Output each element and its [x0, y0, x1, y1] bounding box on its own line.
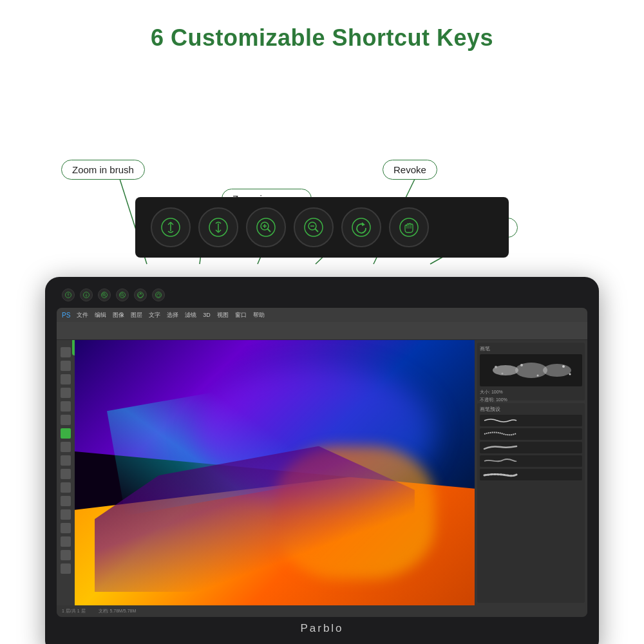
tool-eraser[interactable] [61, 469, 71, 479]
tool-brush[interactable] [61, 428, 71, 439]
brush-preview [480, 354, 582, 386]
shortcut-section: Zoom in brush Zoom in canvas Revoke Zoom… [0, 64, 644, 270]
svg-point-50 [562, 365, 565, 368]
tool-zoom[interactable] [61, 564, 71, 574]
svg-point-23 [352, 218, 370, 236]
svg-point-44 [515, 363, 547, 378]
status-doc: 文档: 5.78M/5.78M [99, 608, 137, 614]
tool-crop[interactable] [61, 388, 71, 398]
svg-line-21 [316, 229, 319, 232]
svg-point-48 [520, 364, 523, 366]
key-revoke[interactable] [341, 207, 381, 247]
svg-point-49 [536, 375, 538, 377]
software-content: 画笔 [57, 340, 587, 605]
svg-marker-24 [362, 222, 365, 226]
tool-stamp[interactable] [61, 442, 71, 452]
tool-gradient[interactable] [61, 482, 71, 493]
tool-hand[interactable] [61, 550, 71, 560]
tool-pen[interactable] [61, 509, 71, 520]
menu-image[interactable]: 图像 [113, 311, 124, 319]
status-bar: 1 层/共 1 层 文档: 5.78M/5.78M [57, 605, 587, 617]
layers-panel: 画笔预设 [477, 403, 585, 603]
software-menubar: PS 文件 编辑 图像 图层 文字 选择 滤镜 3D 视图 窗口 帮助 [57, 308, 587, 322]
tool-select[interactable] [61, 361, 71, 371]
tablet-key-1[interactable] [62, 289, 75, 301]
key-zoom-out-canvas[interactable] [294, 207, 334, 247]
key-zoom-in-brush[interactable] [151, 207, 191, 247]
page-title: 6 Customizable Shortcut Keys [0, 0, 644, 52]
tool-move[interactable] [61, 347, 71, 357]
menu-window[interactable]: 窗口 [235, 311, 247, 319]
menu-help[interactable]: 帮助 [253, 311, 265, 319]
label-zoom-in-brush: Zoom in brush [61, 160, 145, 180]
svg-point-47 [501, 373, 503, 375]
tool-lasso[interactable] [61, 374, 71, 384]
tool-text[interactable] [61, 523, 71, 533]
tablet-key-3[interactable] [98, 289, 111, 301]
svg-point-14 [257, 218, 275, 236]
left-tool-panel [57, 340, 75, 605]
tool-history[interactable] [61, 455, 71, 466]
tablet-device: PS 文件 编辑 图像 图层 文字 选择 滤镜 3D 视图 窗口 帮助 [45, 277, 599, 644]
menu-view[interactable]: 视图 [217, 311, 229, 319]
menu-3d[interactable]: 3D [203, 312, 211, 318]
tool-dodge[interactable] [61, 496, 71, 506]
brush-panel: 画笔 [477, 343, 585, 401]
shortcut-bar [135, 197, 509, 258]
tablet-top-bar [57, 289, 587, 308]
tablet-key-2[interactable] [80, 289, 93, 301]
status-layers: 1 层/共 1 层 [62, 608, 86, 614]
menu-logo: PS [62, 312, 70, 319]
svg-point-46 [495, 366, 497, 368]
brand-label: Parblo [57, 622, 587, 635]
key-open-driver[interactable] [389, 207, 429, 247]
tablet-key-6[interactable] [152, 289, 165, 301]
right-panel: 画笔 [475, 340, 587, 605]
tablet-key-4[interactable] [116, 289, 129, 301]
svg-point-19 [305, 218, 323, 236]
software-toolbar [57, 322, 587, 340]
svg-line-16 [268, 229, 271, 232]
svg-marker-41 [140, 293, 142, 295]
key-zoom-in-canvas[interactable] [246, 207, 286, 247]
tablet-screen: PS 文件 编辑 图像 图层 文字 选择 滤镜 3D 视图 窗口 帮助 [57, 308, 587, 617]
menu-layer[interactable]: 图层 [131, 311, 142, 319]
menu-filter[interactable]: 滤镜 [185, 311, 196, 319]
tool-eyedropper[interactable] [61, 401, 71, 412]
layers-panel-label: 画笔预设 [480, 406, 582, 413]
svg-line-38 [123, 296, 124, 297]
menu-select[interactable]: 选择 [167, 311, 178, 319]
key-zoom-out-brush[interactable] [198, 207, 238, 247]
svg-point-45 [543, 364, 571, 377]
tablet-outer: PS 文件 编辑 图像 图层 文字 选择 滤镜 3D 视图 窗口 帮助 [45, 277, 599, 644]
menu-file[interactable]: 文件 [77, 311, 88, 319]
canvas-area [75, 340, 475, 605]
label-revoke: Revoke [383, 160, 437, 180]
menu-text[interactable]: 文字 [149, 311, 160, 319]
svg-point-51 [569, 374, 571, 375]
svg-line-33 [105, 296, 106, 297]
brush-panel-label: 画笔 [480, 345, 582, 352]
tool-heal[interactable] [61, 415, 71, 425]
tablet-key-5[interactable] [134, 289, 147, 301]
tool-shape[interactable] [61, 536, 71, 547]
menu-edit[interactable]: 编辑 [95, 311, 106, 319]
